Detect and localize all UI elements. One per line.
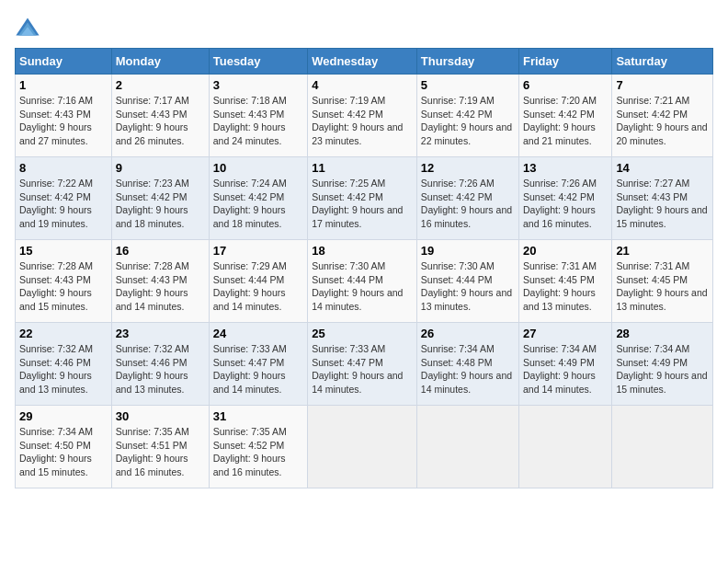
day-info: Sunrise: 7:20 AMSunset: 4:42 PMDaylight:…	[523, 95, 597, 146]
day-info: Sunrise: 7:35 AMSunset: 4:52 PMDaylight:…	[213, 426, 287, 477]
day-info: Sunrise: 7:21 AMSunset: 4:42 PMDaylight:…	[616, 95, 707, 146]
day-info: Sunrise: 7:29 AMSunset: 4:44 PMDaylight:…	[213, 260, 287, 312]
day-cell: 4 Sunrise: 7:19 AMSunset: 4:42 PMDayligh…	[308, 75, 417, 157]
day-cell: 8 Sunrise: 7:22 AMSunset: 4:42 PMDayligh…	[16, 157, 112, 240]
day-header-sunday: Sunday	[16, 49, 112, 75]
day-cell: 25 Sunrise: 7:33 AMSunset: 4:47 PMDaylig…	[308, 323, 417, 406]
week-row-4: 22 Sunrise: 7:32 AMSunset: 4:46 PMDaylig…	[16, 323, 713, 406]
day-number: 31	[213, 409, 303, 423]
day-number: 27	[523, 327, 608, 340]
day-number: 9	[116, 161, 205, 175]
day-cell: 29 Sunrise: 7:34 AMSunset: 4:50 PMDaylig…	[16, 406, 112, 488]
day-cell: 13 Sunrise: 7:26 AMSunset: 4:42 PMDaylig…	[519, 157, 612, 240]
day-cell: 14 Sunrise: 7:27 AMSunset: 4:43 PMDaylig…	[612, 157, 713, 240]
day-cell: 30 Sunrise: 7:35 AMSunset: 4:51 PMDaylig…	[111, 406, 209, 488]
day-number: 22	[19, 327, 108, 340]
day-header-row: SundayMondayTuesdayWednesdayThursdayFrid…	[16, 49, 713, 75]
day-cell: 15 Sunrise: 7:28 AMSunset: 4:43 PMDaylig…	[16, 240, 112, 323]
day-cell: 26 Sunrise: 7:34 AMSunset: 4:48 PMDaylig…	[416, 323, 518, 406]
day-number: 12	[421, 161, 515, 175]
day-info: Sunrise: 7:24 AMSunset: 4:42 PMDaylight:…	[213, 178, 287, 229]
day-info: Sunrise: 7:18 AMSunset: 4:43 PMDaylight:…	[213, 95, 287, 146]
day-number: 20	[523, 244, 608, 258]
day-header-saturday: Saturday	[612, 49, 713, 75]
day-header-tuesday: Tuesday	[209, 49, 307, 75]
day-number: 1	[19, 78, 108, 92]
day-number: 28	[616, 327, 709, 340]
day-number: 29	[19, 409, 108, 423]
day-number: 4	[312, 78, 413, 92]
day-number: 10	[213, 161, 303, 175]
day-info: Sunrise: 7:22 AMSunset: 4:42 PMDaylight:…	[19, 178, 93, 229]
day-cell	[308, 406, 417, 488]
day-number: 8	[19, 161, 108, 175]
logo-icon	[15, 15, 40, 40]
day-number: 30	[116, 409, 205, 423]
day-cell: 22 Sunrise: 7:32 AMSunset: 4:46 PMDaylig…	[16, 323, 112, 406]
day-header-wednesday: Wednesday	[308, 49, 417, 75]
day-info: Sunrise: 7:31 AMSunset: 4:45 PMDaylight:…	[523, 260, 597, 312]
day-cell: 1 Sunrise: 7:16 AMSunset: 4:43 PMDayligh…	[16, 75, 112, 157]
day-number: 3	[213, 78, 303, 92]
day-number: 14	[616, 161, 709, 175]
day-info: Sunrise: 7:23 AMSunset: 4:42 PMDaylight:…	[116, 178, 189, 229]
day-number: 25	[312, 327, 413, 340]
day-info: Sunrise: 7:34 AMSunset: 4:49 PMDaylight:…	[523, 343, 597, 395]
day-cell: 31 Sunrise: 7:35 AMSunset: 4:52 PMDaylig…	[209, 406, 307, 488]
day-info: Sunrise: 7:28 AMSunset: 4:43 PMDaylight:…	[116, 260, 189, 312]
day-info: Sunrise: 7:31 AMSunset: 4:45 PMDaylight:…	[616, 260, 707, 312]
day-number: 11	[312, 161, 413, 175]
day-number: 6	[523, 78, 608, 92]
day-info: Sunrise: 7:26 AMSunset: 4:42 PMDaylight:…	[421, 178, 512, 229]
day-info: Sunrise: 7:33 AMSunset: 4:47 PMDaylight:…	[312, 343, 403, 395]
day-number: 21	[616, 244, 709, 258]
day-info: Sunrise: 7:34 AMSunset: 4:49 PMDaylight:…	[616, 343, 707, 395]
day-number: 19	[421, 244, 515, 258]
day-cell: 7 Sunrise: 7:21 AMSunset: 4:42 PMDayligh…	[612, 75, 713, 157]
day-info: Sunrise: 7:30 AMSunset: 4:44 PMDaylight:…	[421, 260, 512, 312]
day-cell: 18 Sunrise: 7:30 AMSunset: 4:44 PMDaylig…	[308, 240, 417, 323]
day-info: Sunrise: 7:33 AMSunset: 4:47 PMDaylight:…	[213, 343, 287, 395]
day-info: Sunrise: 7:19 AMSunset: 4:42 PMDaylight:…	[421, 95, 512, 146]
day-cell: 23 Sunrise: 7:32 AMSunset: 4:46 PMDaylig…	[111, 323, 209, 406]
day-number: 16	[116, 244, 205, 258]
day-cell: 6 Sunrise: 7:20 AMSunset: 4:42 PMDayligh…	[519, 75, 612, 157]
calendar-table: SundayMondayTuesdayWednesdayThursdayFrid…	[15, 48, 713, 488]
day-cell: 20 Sunrise: 7:31 AMSunset: 4:45 PMDaylig…	[519, 240, 612, 323]
day-cell: 2 Sunrise: 7:17 AMSunset: 4:43 PMDayligh…	[111, 75, 209, 157]
day-number: 5	[421, 78, 515, 92]
week-row-2: 8 Sunrise: 7:22 AMSunset: 4:42 PMDayligh…	[16, 157, 713, 240]
day-cell	[416, 406, 518, 488]
day-info: Sunrise: 7:30 AMSunset: 4:44 PMDaylight:…	[312, 260, 403, 312]
day-info: Sunrise: 7:28 AMSunset: 4:43 PMDaylight:…	[19, 260, 93, 312]
day-info: Sunrise: 7:34 AMSunset: 4:50 PMDaylight:…	[19, 426, 93, 477]
day-cell: 10 Sunrise: 7:24 AMSunset: 4:42 PMDaylig…	[209, 157, 307, 240]
day-number: 23	[116, 327, 205, 340]
day-header-thursday: Thursday	[416, 49, 518, 75]
day-cell: 27 Sunrise: 7:34 AMSunset: 4:49 PMDaylig…	[519, 323, 612, 406]
day-info: Sunrise: 7:16 AMSunset: 4:43 PMDaylight:…	[19, 95, 93, 146]
logo	[15, 15, 44, 40]
day-number: 15	[19, 244, 108, 258]
day-header-monday: Monday	[111, 49, 209, 75]
day-number: 13	[523, 161, 608, 175]
day-info: Sunrise: 7:19 AMSunset: 4:42 PMDaylight:…	[312, 95, 403, 146]
week-row-5: 29 Sunrise: 7:34 AMSunset: 4:50 PMDaylig…	[16, 406, 713, 488]
day-cell: 3 Sunrise: 7:18 AMSunset: 4:43 PMDayligh…	[209, 75, 307, 157]
day-cell	[519, 406, 612, 488]
day-number: 24	[213, 327, 303, 340]
day-info: Sunrise: 7:34 AMSunset: 4:48 PMDaylight:…	[421, 343, 512, 395]
day-info: Sunrise: 7:32 AMSunset: 4:46 PMDaylight:…	[116, 343, 189, 395]
day-info: Sunrise: 7:27 AMSunset: 4:43 PMDaylight:…	[616, 178, 707, 229]
day-number: 2	[116, 78, 205, 92]
week-row-1: 1 Sunrise: 7:16 AMSunset: 4:43 PMDayligh…	[16, 75, 713, 157]
day-cell: 19 Sunrise: 7:30 AMSunset: 4:44 PMDaylig…	[416, 240, 518, 323]
day-info: Sunrise: 7:17 AMSunset: 4:43 PMDaylight:…	[116, 95, 189, 146]
day-cell	[612, 406, 713, 488]
header	[15, 15, 713, 40]
day-info: Sunrise: 7:25 AMSunset: 4:42 PMDaylight:…	[312, 178, 403, 229]
day-cell: 17 Sunrise: 7:29 AMSunset: 4:44 PMDaylig…	[209, 240, 307, 323]
day-info: Sunrise: 7:35 AMSunset: 4:51 PMDaylight:…	[116, 426, 189, 477]
day-cell: 28 Sunrise: 7:34 AMSunset: 4:49 PMDaylig…	[612, 323, 713, 406]
day-number: 17	[213, 244, 303, 258]
